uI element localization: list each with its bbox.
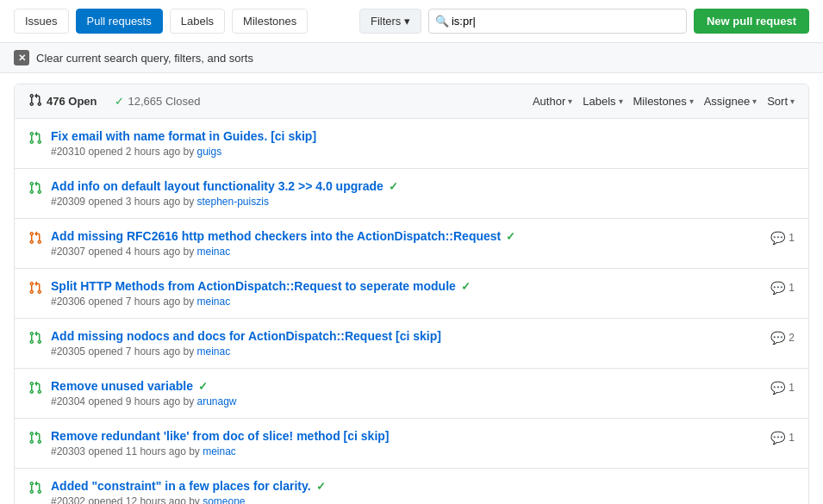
pr-type-icon: [28, 231, 42, 247]
comment-number: 1: [789, 432, 795, 444]
milestones-filter[interactable]: Milestones ▾: [633, 95, 694, 108]
comment-number: 1: [789, 282, 795, 294]
sort-filter[interactable]: Sort ▾: [767, 95, 795, 108]
pr-number: #20305: [51, 345, 85, 358]
comment-count: 💬 1: [770, 431, 795, 445]
pr-number: #20302: [51, 495, 85, 504]
pr-number: #20309: [51, 196, 85, 208]
table-row: Added "constraint" in a few places for c…: [15, 469, 808, 504]
pr-type-icon: [28, 481, 42, 497]
pr-title[interactable]: Remove redundant 'like' from doc of slic…: [51, 429, 762, 443]
assignee-filter[interactable]: Assignee ▾: [704, 95, 757, 108]
status-check: ✓: [461, 280, 471, 293]
filter-button[interactable]: Filters ▾: [359, 9, 421, 34]
pr-meta: #20307 opened 4 hours ago by meinac: [51, 246, 762, 258]
pr-content: Add missing nodocs and docs for ActionDi…: [51, 329, 762, 358]
pr-meta: #20305 opened 7 hours ago by meinac: [51, 345, 762, 358]
pr-time: opened 4 hours ago by: [88, 246, 196, 258]
pr-time: opened 9 hours ago by: [88, 395, 196, 408]
comment-count: 💬 1: [770, 381, 795, 395]
table-row: Remove redundant 'like' from doc of slic…: [15, 419, 808, 469]
pr-meta: #20302 opened 12 hours ago by someone: [51, 495, 786, 504]
pr-title[interactable]: Add missing RFC2616 http method checkers…: [51, 229, 762, 243]
pr-author[interactable]: meinac: [197, 246, 231, 258]
pr-author[interactable]: stephen-puiszis: [197, 196, 269, 208]
pr-meta: #20304 opened 9 hours ago by arunagw: [51, 395, 762, 408]
pr-author[interactable]: arunagw: [197, 395, 237, 408]
bubble-icon: 💬: [770, 431, 785, 445]
open-count: 476 Open: [28, 93, 97, 109]
pr-right: 💬 1: [770, 281, 795, 295]
tab-labels[interactable]: Labels: [170, 9, 225, 34]
pr-author[interactable]: meinac: [197, 345, 231, 358]
clear-icon[interactable]: ✕: [14, 50, 29, 65]
pr-title[interactable]: Remove unused variable ✓: [51, 379, 762, 393]
comment-number: 1: [789, 382, 795, 394]
list-header: 476 Open ✓ 12,665 Closed Author ▾ Labels…: [15, 84, 808, 119]
sort-caret: ▾: [790, 96, 795, 106]
pr-right: 💬 1: [770, 431, 795, 445]
pr-content: Fix email with name format in Guides. [c…: [51, 129, 786, 158]
pr-content: Remove redundant 'like' from doc of slic…: [51, 429, 762, 457]
bubble-icon: 💬: [770, 231, 785, 245]
author-filter[interactable]: Author ▾: [533, 95, 572, 108]
pr-title[interactable]: Added "constraint" in a few places for c…: [51, 479, 786, 493]
pr-author[interactable]: meinac: [203, 445, 236, 457]
table-row: Remove unused variable ✓ #20304 opened 9…: [15, 369, 808, 419]
tab-issues[interactable]: Issues: [14, 9, 69, 34]
pr-type-icon: [28, 281, 42, 297]
pr-author[interactable]: guigs: [197, 146, 222, 158]
status-check: ✓: [506, 230, 515, 243]
pr-author[interactable]: meinac: [197, 296, 231, 308]
pr-title[interactable]: Add info on default layout functionality…: [51, 179, 786, 193]
new-pull-request-button[interactable]: New pull request: [694, 9, 809, 34]
status-check: ✓: [316, 480, 326, 493]
table-row: Add missing nodocs and docs for ActionDi…: [15, 319, 808, 369]
pr-number: #20303: [51, 445, 85, 457]
pr-type-icon: [28, 131, 42, 147]
pr-content: Add info on default layout functionality…: [51, 179, 786, 208]
pr-time: opened 11 hours ago by: [88, 445, 203, 457]
pr-open-icon: [28, 93, 42, 109]
header-filters: Author ▾ Labels ▾ Milestones ▾ Assignee …: [533, 95, 795, 108]
pr-items-container: Fix email with name format in Guides. [c…: [15, 119, 808, 504]
closed-count-label: 12,665 Closed: [128, 95, 201, 108]
pr-meta: #20306 opened 7 hours ago by meinac: [51, 296, 762, 308]
pr-meta: #20310 opened 2 hours ago by guigs: [51, 146, 786, 158]
pr-author[interactable]: someone: [203, 495, 245, 504]
tab-pull-requests[interactable]: Pull requests: [76, 9, 163, 34]
pr-title[interactable]: Add missing nodocs and docs for ActionDi…: [51, 329, 762, 343]
bubble-icon: 💬: [770, 381, 785, 395]
pr-meta: #20303 opened 11 hours ago by meinac: [51, 445, 762, 457]
comment-count: 💬 1: [770, 231, 795, 245]
pr-time: opened 12 hours ago by: [88, 495, 203, 504]
search-icon: 🔍: [435, 15, 449, 28]
comment-count: 💬 1: [770, 281, 795, 295]
top-bar: Issues Pull requests Labels Milestones F…: [0, 0, 823, 43]
pr-right: 💬 1: [770, 231, 795, 245]
labels-caret: ▾: [619, 96, 623, 106]
pr-number: #20307: [51, 246, 85, 258]
pr-right: 💬 2: [770, 331, 795, 345]
search-input[interactable]: [428, 9, 687, 34]
milestones-caret: ▾: [689, 96, 694, 106]
table-row: Add missing RFC2616 http method checkers…: [15, 219, 808, 269]
pr-content: Split HTTP Methods from ActionDispatch::…: [51, 279, 762, 308]
pr-number: #20304: [51, 395, 85, 408]
pr-type-icon: [28, 181, 42, 197]
labels-filter[interactable]: Labels ▾: [583, 95, 622, 108]
pr-number: #20310: [51, 146, 85, 158]
status-check: ✓: [198, 380, 208, 393]
assignee-caret: ▾: [752, 96, 757, 106]
pr-title[interactable]: Split HTTP Methods from ActionDispatch::…: [51, 279, 762, 293]
pr-title[interactable]: Fix email with name format in Guides. [c…: [51, 129, 786, 143]
pr-content: Added "constraint" in a few places for c…: [51, 479, 786, 504]
bubble-icon: 💬: [770, 331, 785, 345]
pr-content: Remove unused variable ✓ #20304 opened 9…: [51, 379, 762, 408]
pr-right: 💬 1: [770, 381, 795, 395]
clear-text: Clear current search query, filters, and…: [36, 52, 253, 65]
pr-time: opened 7 hours ago by: [88, 345, 196, 358]
tab-milestones[interactable]: Milestones: [232, 9, 308, 34]
comment-number: 2: [789, 332, 795, 344]
status-check: ✓: [389, 180, 398, 193]
